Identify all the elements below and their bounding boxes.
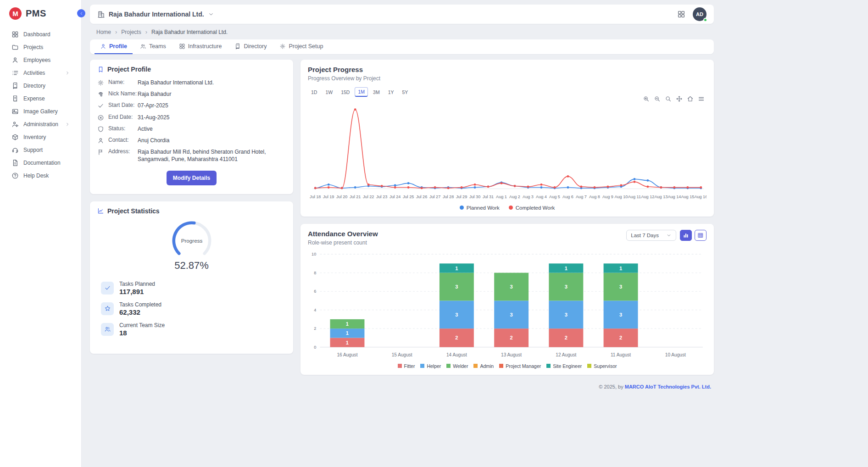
range-button-1m[interactable]: 1M xyxy=(355,87,368,97)
menu-icon[interactable] xyxy=(698,95,705,102)
svg-text:Aug 8: Aug 8 xyxy=(589,195,600,199)
legend-label: Supervisor xyxy=(594,363,617,369)
sidebar-item-label: Documentation xyxy=(23,160,61,166)
sidebar-item-help-desk[interactable]: Help Desk xyxy=(0,169,81,182)
sidebar-item-administration[interactable]: Administration xyxy=(0,118,81,131)
sidebar-item-support[interactable]: Support xyxy=(0,144,81,156)
profile-field-name: Name:Raja Bahadur International Ltd. xyxy=(97,79,286,86)
profile-field-end-date: End Date:31-Aug-2025 xyxy=(97,114,286,121)
legend-item-helper[interactable]: Helper xyxy=(420,363,441,369)
chevron-down-icon xyxy=(666,233,672,238)
svg-text:1: 1 xyxy=(346,339,349,345)
online-status-dot xyxy=(703,18,707,22)
legend-item-supervisor[interactable]: Supervisor xyxy=(587,363,617,369)
tab-label: Profile xyxy=(109,43,127,50)
sidebar-collapse-button[interactable] xyxy=(77,9,85,17)
breadcrumb-item-projects[interactable]: Projects xyxy=(121,29,141,35)
sidebar-item-documentation[interactable]: Documentation xyxy=(0,156,81,169)
sidebar-item-image-gallery[interactable]: Image Gallery xyxy=(0,105,81,118)
legend-label: Fitter xyxy=(404,363,415,369)
stats-card-title: Project Statistics xyxy=(107,207,160,215)
legend-label: Planned Work xyxy=(467,205,500,211)
range-button-1d[interactable]: 1D xyxy=(308,87,320,97)
breadcrumb-separator: › xyxy=(115,28,117,35)
sidebar-item-inventory[interactable]: Inventory xyxy=(0,131,81,144)
breadcrumb-item-raja-bahadur-international-ltd: Raja Bahadur International Ltd. xyxy=(151,29,228,35)
svg-text:Jul 30: Jul 30 xyxy=(469,195,480,199)
sidebar-item-dashboard[interactable]: Dashboard xyxy=(0,28,81,41)
sidebar-item-label: Help Desk xyxy=(23,172,49,179)
legend-item-welder[interactable]: Welder xyxy=(446,363,468,369)
tab-infrastructure[interactable]: Infrastructure xyxy=(173,39,228,54)
home-icon[interactable] xyxy=(687,95,694,102)
attendance-bar-chart: 024681016 August11115 August14 August233… xyxy=(308,250,707,362)
svg-text:3: 3 xyxy=(619,284,622,289)
sidebar-item-label: Dashboard xyxy=(23,31,50,38)
table-view-toggle-button[interactable] xyxy=(695,230,707,241)
profile-field-contact: Contact:Anuj Chordia xyxy=(97,137,286,144)
range-button-1w[interactable]: 1W xyxy=(322,87,336,97)
legend-item-fitter[interactable]: Fitter xyxy=(398,363,415,369)
zoom-select-icon[interactable] xyxy=(665,95,672,102)
svg-text:Aug 3: Aug 3 xyxy=(523,195,534,199)
profile-fields: Name:Raja Bahadur International Ltd.Nick… xyxy=(97,79,286,163)
svg-text:Aug 13: Aug 13 xyxy=(654,195,668,199)
field-value: 07-Apr-2025 xyxy=(137,102,286,109)
legend-marker xyxy=(398,364,402,368)
days-filter-select[interactable]: Last 7 Days xyxy=(626,230,676,241)
svg-text:Jul 26: Jul 26 xyxy=(416,195,427,199)
legend-marker xyxy=(509,206,513,210)
user-icon xyxy=(97,137,104,144)
svg-text:Aug 15: Aug 15 xyxy=(681,195,694,199)
sidebar-item-activities[interactable]: Activities xyxy=(0,67,81,79)
zoom-in-icon[interactable] xyxy=(643,95,650,102)
bar-view-toggle-button[interactable] xyxy=(680,230,692,241)
tab-project-setup[interactable]: Project Setup xyxy=(274,39,328,54)
legend-item-admin[interactable]: Admin xyxy=(473,363,494,369)
footer: © 2025, by MARCO AIoT Technologies Pvt. … xyxy=(300,382,714,389)
pan-icon[interactable] xyxy=(676,95,683,102)
tabs: ProfileTeamsInfrastructureDirectoryProje… xyxy=(90,39,714,54)
tab-profile[interactable]: Profile xyxy=(95,39,133,54)
zoom-out-icon[interactable] xyxy=(654,95,661,102)
documentation-icon xyxy=(11,159,19,167)
sidebar-item-employees[interactable]: Employees xyxy=(0,54,81,67)
svg-text:11 August: 11 August xyxy=(611,352,631,357)
legend-item-project-manager[interactable]: Project Manager xyxy=(499,363,541,369)
progress-card-subtitle: Progress Overview by Project xyxy=(308,75,707,82)
legend-label: Project Manager xyxy=(506,363,541,369)
footer-company-link[interactable]: MARCO AIoT Technologies Pvt. Ltd. xyxy=(625,384,711,389)
svg-text:Jul 19: Jul 19 xyxy=(323,195,334,199)
svg-text:2: 2 xyxy=(510,335,513,340)
range-button-15d[interactable]: 15D xyxy=(338,87,353,97)
sidebar-item-directory[interactable]: Directory xyxy=(0,79,81,92)
apps-grid-icon[interactable] xyxy=(677,10,685,18)
check-icon xyxy=(101,282,114,295)
tab-label: Directory xyxy=(244,43,267,50)
legend-item-completed-work[interactable]: Completed Work xyxy=(509,205,555,211)
avatar[interactable]: AD xyxy=(693,7,707,21)
tab-teams[interactable]: Teams xyxy=(134,39,172,54)
sidebar-item-projects[interactable]: Projects xyxy=(0,41,81,54)
modify-details-button[interactable]: Modify Details xyxy=(167,171,217,185)
breadcrumb-item-home[interactable]: Home xyxy=(96,29,111,35)
legend-item-site-engineer[interactable]: Site Engineer xyxy=(546,363,582,369)
range-button-3m[interactable]: 3M xyxy=(370,87,383,97)
stat-label: Tasks Completed xyxy=(119,301,161,308)
svg-text:1: 1 xyxy=(619,265,622,271)
svg-text:Jul 21: Jul 21 xyxy=(350,195,361,199)
stat-value: 62,332 xyxy=(119,308,161,316)
range-button-5y[interactable]: 5Y xyxy=(399,87,411,97)
svg-text:1: 1 xyxy=(346,330,349,336)
legend-item-planned-work[interactable]: Planned Work xyxy=(460,205,500,211)
sidebar-item-expense[interactable]: Expense xyxy=(0,92,81,105)
legend-marker xyxy=(587,364,591,368)
company-selector[interactable]: Raja Bahadur International Ltd. xyxy=(97,11,214,18)
tab-directory[interactable]: Directory xyxy=(229,39,272,54)
field-value: Anuj Chordia xyxy=(137,137,286,144)
chevron-down-icon xyxy=(208,11,214,17)
range-button-1y[interactable]: 1Y xyxy=(385,87,397,97)
field-value: Raja Bahadur Mill Rd, behind Sheraton Gr… xyxy=(137,148,286,163)
svg-text:14 August: 14 August xyxy=(446,352,467,357)
stat-label: Current Team Size xyxy=(119,322,165,328)
